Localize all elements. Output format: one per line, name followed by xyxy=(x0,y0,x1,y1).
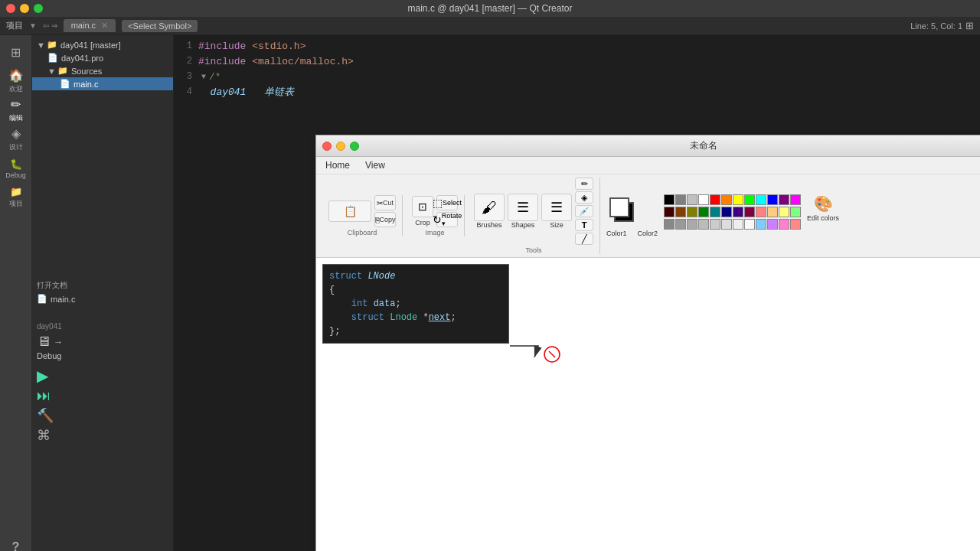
minimize-button[interactable] xyxy=(20,4,29,13)
line-tool-button[interactable]: ╱ xyxy=(575,233,593,245)
brushes-button[interactable]: 🖌 xyxy=(474,194,505,221)
copy-button[interactable]: ⎘ Copy xyxy=(374,212,396,227)
paint-tools-row: 📋 ✂ Cut ⎘ xyxy=(316,174,980,257)
shapes-button[interactable]: ☰ xyxy=(508,194,538,221)
debug-btn-label[interactable]: Debug xyxy=(37,351,168,360)
clipboard-group: 📋 ✂ Cut ⎘ xyxy=(322,195,403,236)
crop-button[interactable]: ⊡ xyxy=(412,196,433,217)
tree-item-sources[interactable]: ▼ 📁 Sources xyxy=(32,64,173,77)
swatch-black[interactable] xyxy=(664,194,675,205)
tree-item-day041[interactable]: ▼ 📁 day041 [master] xyxy=(32,38,173,51)
run-icon[interactable]: ▶ xyxy=(37,367,48,385)
swatch-blue[interactable] xyxy=(767,194,778,205)
swatch-indigo[interactable] xyxy=(733,207,743,217)
pencil-button[interactable]: ✏ xyxy=(575,178,593,190)
eyedrop-button[interactable]: 💉 xyxy=(575,205,593,217)
sidebar-item-welcome[interactable]: 🏠 欢迎 xyxy=(2,67,30,95)
paint-minimize-button[interactable] xyxy=(336,142,345,151)
color1-preview[interactable] xyxy=(609,197,629,217)
color-swatches xyxy=(661,194,804,230)
swatch-salmon[interactable] xyxy=(790,219,801,230)
paint-titlebar: 未命名 ⊞ A 🖨 ✉ ★ xyxy=(316,135,980,157)
swatch-maroon[interactable] xyxy=(744,207,755,217)
swatch-peach[interactable] xyxy=(767,207,778,217)
brushes-button-group: 🖌 Brushes xyxy=(474,194,505,229)
swatch-m3[interactable] xyxy=(687,219,697,230)
swatch-m1[interactable] xyxy=(664,219,675,230)
swatch-navy[interactable] xyxy=(721,207,732,217)
swatch-m5[interactable] xyxy=(710,219,720,230)
color-wheel-icon[interactable]: 🎨 xyxy=(814,194,833,213)
tab-select-symbol[interactable]: <Select Symbol> xyxy=(122,20,198,32)
menu-view[interactable]: View xyxy=(362,158,388,172)
split-icon[interactable]: ⊞ xyxy=(965,20,974,31)
swatch-lightgreen[interactable] xyxy=(790,207,801,217)
brushes-icon: 🖌 xyxy=(482,199,497,217)
open-doc-label: 打开文档 xyxy=(32,274,173,292)
terminal-section: ⌘ xyxy=(37,427,168,444)
monitor-icon: 🖥 xyxy=(37,334,51,350)
close-button[interactable] xyxy=(6,4,15,13)
swatch-lavender[interactable] xyxy=(767,219,778,230)
swatch-lime[interactable] xyxy=(744,194,755,205)
swatch-hotpink[interactable] xyxy=(779,219,789,230)
swatch-red[interactable] xyxy=(710,194,720,205)
sidebar-item-edit[interactable]: ✏ 编辑 xyxy=(2,96,30,124)
swatch-magenta[interactable] xyxy=(790,194,801,205)
swatches-row-3 xyxy=(664,219,801,230)
step-over-icon[interactable]: ⏭ xyxy=(37,388,51,404)
swatch-yellow[interactable] xyxy=(733,194,743,205)
swatch-pink[interactable] xyxy=(756,207,766,217)
select-button[interactable]: ⬚ Select xyxy=(436,195,458,210)
paint-canvas[interactable]: struct LNode { int data; struct Lnode *n… xyxy=(316,258,980,551)
sidebar-item-grid[interactable]: ⊞ xyxy=(2,38,30,66)
terminal-icon[interactable]: ⌘ xyxy=(37,428,51,443)
swatch-green[interactable] xyxy=(698,207,709,217)
swatch-m2[interactable] xyxy=(675,219,686,230)
size-button[interactable]: ☰ xyxy=(541,194,572,221)
paste-button[interactable]: 📋 xyxy=(328,201,371,222)
menu-home[interactable]: Home xyxy=(322,158,353,172)
sidebar-item-project[interactable]: 📁 项目 xyxy=(2,184,30,211)
open-doc-file[interactable]: 📄 main.c xyxy=(32,292,173,305)
swatch-brown[interactable] xyxy=(675,207,686,217)
tab-main-c[interactable]: main.c ✕ xyxy=(64,19,116,32)
swatch-lightblue[interactable] xyxy=(756,219,766,230)
sidebar-item-help[interactable]: ? 帮助 xyxy=(2,539,30,551)
swatch-gray[interactable] xyxy=(675,194,686,205)
sidebar-item-debug[interactable]: 🐛 Debug xyxy=(2,155,30,182)
cut-button[interactable]: ✂ Cut xyxy=(374,195,396,210)
paste-icon: 📋 xyxy=(344,205,357,217)
swatch-m6[interactable] xyxy=(721,219,732,230)
cut-copy-buttons: ✂ Cut ⎘ Copy xyxy=(374,195,396,227)
editor-line-3: 3 ▼ /* xyxy=(174,69,980,84)
swatch-silver[interactable] xyxy=(687,194,697,205)
swatch-m8[interactable] xyxy=(744,219,755,230)
paint-close-button[interactable] xyxy=(322,142,332,151)
shapes-label: Shapes xyxy=(511,221,535,229)
fill-button[interactable]: ◈ xyxy=(575,191,593,204)
sidebar-item-design[interactable]: ◈ 设计 xyxy=(2,126,30,153)
rotate-button[interactable]: ↻ Rotate ▾ xyxy=(436,212,458,227)
size-button-group: ☰ Size xyxy=(541,194,572,229)
swatch-m7[interactable] xyxy=(733,219,743,230)
tree-item-pro[interactable]: 📄 day041.pro xyxy=(32,51,173,64)
swatch-olive[interactable] xyxy=(687,207,697,217)
swatch-teal[interactable] xyxy=(710,207,720,217)
swatch-orange[interactable] xyxy=(721,194,732,205)
swatch-white[interactable] xyxy=(698,194,709,205)
swatch-lightyellow[interactable] xyxy=(779,207,789,217)
swatch-purple[interactable] xyxy=(779,194,789,205)
editor-line-4: 4 day041 单链表 xyxy=(174,84,980,99)
tree-item-main-c[interactable]: 📄 main.c xyxy=(32,77,173,90)
editor-container[interactable]: 1 #include <stdio.h> 2 #include <malloc/… xyxy=(174,35,980,551)
editor-line-2: 2 #include <malloc/malloc.h> xyxy=(174,54,980,69)
paint-maximize-button[interactable] xyxy=(350,142,359,151)
swatch-m4[interactable] xyxy=(698,219,709,230)
maximize-button[interactable] xyxy=(34,4,43,13)
build-icon[interactable]: 🔨 xyxy=(37,408,54,423)
swatch-cyan[interactable] xyxy=(756,194,766,205)
cs-line-4: struct Lnode *next; xyxy=(329,311,502,324)
swatch-darkred[interactable] xyxy=(664,207,675,217)
text-tool-button[interactable]: T xyxy=(575,219,593,231)
